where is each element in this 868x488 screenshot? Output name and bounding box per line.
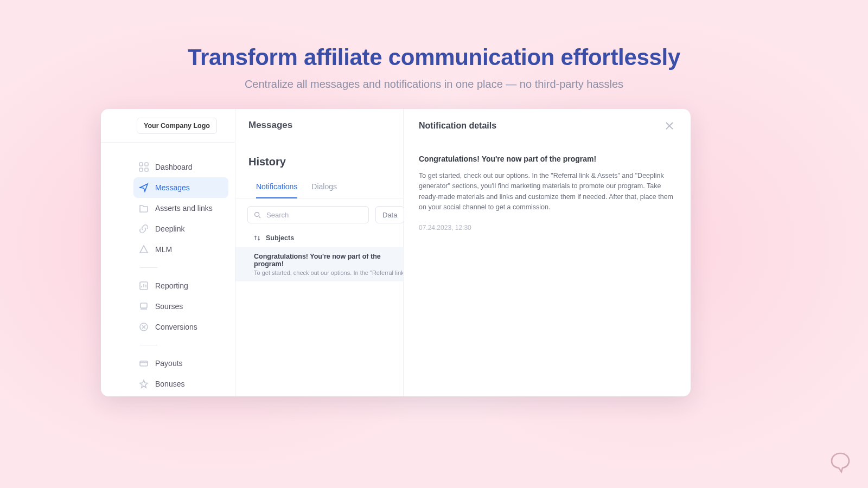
sidebar-item-deeplink[interactable]: Deeplink (133, 219, 228, 239)
hero-subtitle: Centralize all messages and notification… (0, 78, 868, 91)
sidebar-item-label: Sourses (155, 302, 183, 311)
svg-rect-0 (139, 163, 143, 166)
sidebar-item-payouts[interactable]: Payouts (133, 353, 228, 374)
svg-point-8 (255, 213, 259, 217)
sidebar-item-conversions[interactable]: Conversions (133, 317, 228, 337)
sidebar-item-label: Conversions (155, 323, 197, 331)
triangle-icon (139, 245, 149, 254)
detail-date: 07.24.2023, 12:30 (419, 224, 675, 232)
tab-dialogs[interactable]: Dialogs (311, 182, 337, 198)
tab-notifications[interactable]: Notifications (256, 182, 297, 198)
subjects-label: Subjects (266, 234, 294, 242)
subjects-header[interactable]: Subjects (235, 223, 403, 247)
message-subject: Congratulations! You're now part of the … (254, 253, 403, 268)
nav-separator (140, 267, 157, 268)
sort-icon (254, 235, 260, 241)
detail-panel: Notification details Congratulations! Yo… (404, 109, 691, 396)
sidebar-item-label: Bonuses (155, 380, 184, 388)
refresh-icon (139, 322, 149, 332)
nav-separator (140, 345, 157, 345)
link-icon (139, 224, 149, 234)
search-box (247, 206, 369, 223)
close-button[interactable] (663, 120, 675, 132)
detail-body: Congratulations! You're now part of the … (419, 132, 675, 232)
sidebar-item-label: MLM (155, 245, 172, 254)
history-controls: Data (235, 198, 403, 223)
detail-text: To get started, check out our options. I… (419, 171, 675, 213)
main: Messages History Notifications Dialogs D… (235, 109, 691, 396)
message-row[interactable]: Congratulations! You're now part of the … (235, 247, 403, 281)
sidebar-item-label: Asserts and links (155, 204, 213, 213)
history-heading: History (235, 131, 403, 168)
sidebar-item-assets[interactable]: Asserts and links (133, 198, 228, 219)
sidebar-item-label: Deeplink (155, 224, 184, 233)
svg-rect-1 (145, 163, 148, 166)
sidebar-item-mlm[interactable]: MLM (133, 239, 228, 260)
messages-title: Messages (235, 120, 403, 131)
logo-area: Your Company Logo (101, 109, 235, 143)
app-window: Your Company Logo Dashboard Messages Ass… (101, 109, 691, 396)
sidebar-item-sources[interactable]: Sourses (133, 296, 228, 317)
sidebar-item-label: Dashboard (155, 163, 193, 171)
hero: Transform affiliate communication effort… (0, 0, 868, 91)
send-icon (139, 183, 149, 192)
sidebar: Your Company Logo Dashboard Messages Ass… (101, 109, 235, 396)
svg-rect-7 (140, 361, 148, 366)
grid-icon (139, 162, 149, 172)
nav: Dashboard Messages Asserts and links Dee… (101, 143, 235, 394)
history-tabs: Notifications Dialogs (235, 168, 403, 198)
sidebar-item-bonuses[interactable]: Bonuses (133, 374, 228, 394)
sidebar-item-dashboard[interactable]: Dashboard (133, 157, 228, 177)
sidebar-item-label: Payouts (155, 359, 183, 368)
star-icon (139, 379, 149, 389)
search-input[interactable] (247, 206, 369, 223)
sidebar-item-reporting[interactable]: Reporting (133, 275, 228, 296)
svg-rect-2 (139, 168, 143, 171)
layers-icon (139, 301, 149, 311)
detail-header: Notification details (419, 120, 675, 132)
wallet-icon (139, 358, 149, 368)
company-logo: Your Company Logo (137, 118, 217, 134)
chart-icon (139, 281, 149, 291)
brand-mark-icon (828, 450, 853, 475)
messages-column: Messages History Notifications Dialogs D… (235, 109, 404, 396)
search-icon (254, 211, 261, 218)
sidebar-item-messages[interactable]: Messages (133, 177, 228, 198)
svg-rect-5 (141, 303, 147, 308)
sidebar-item-label: Messages (155, 183, 190, 192)
sidebar-item-label: Reporting (155, 281, 188, 290)
detail-subject: Congratulations! You're now part of the … (419, 155, 675, 163)
data-button[interactable]: Data (375, 206, 404, 223)
folder-icon (139, 203, 149, 213)
svg-rect-3 (145, 168, 148, 171)
detail-title: Notification details (419, 121, 496, 131)
hero-title: Transform affiliate communication effort… (0, 44, 868, 70)
message-preview: To get started, check out our options. I… (254, 269, 403, 276)
